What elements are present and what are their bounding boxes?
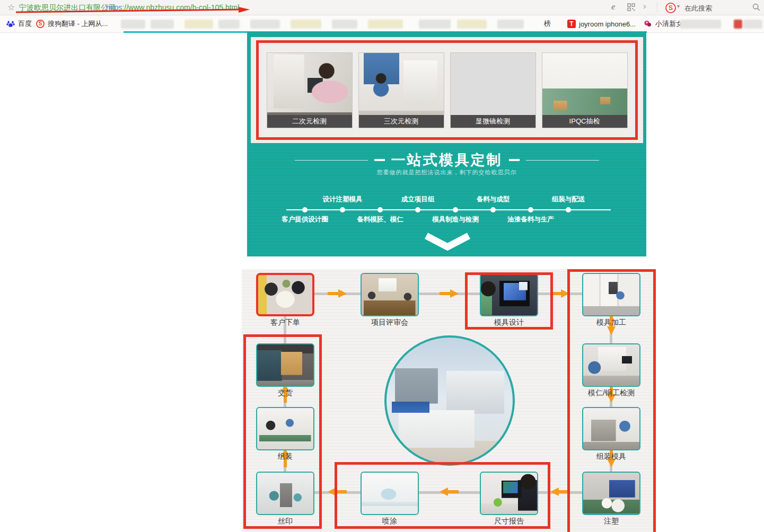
chevron-down-icon bbox=[422, 232, 473, 252]
one-stop-mold-section: 二次元检测 三次元检测 显微镜检测 IPQC抽检 一站式模具定制 您要做的就是把… bbox=[247, 32, 646, 256]
flow-step-label: 组装模具 bbox=[581, 452, 642, 462]
browser-address-bar: ☆ 宁波欧思贝尔进出口有限公司 https://www.nbzhusu.com/… bbox=[0, 0, 764, 15]
bookmark-label: joyroom iphone6... bbox=[579, 20, 636, 28]
timeline-dot bbox=[528, 207, 533, 212]
process-timeline: 客户提供设计圈 设计注塑模具 备料模胚、模仁 成立项目组 模具制造与检测 备料与… bbox=[286, 194, 611, 226]
url-rest: ://www.nbzhusu.com/h-col-105.html bbox=[122, 3, 239, 12]
blurred-bookmark[interactable] bbox=[291, 20, 321, 29]
page-title: 宁波欧思贝尔进出口有限公司 bbox=[19, 3, 116, 13]
qr-code-icon[interactable] bbox=[627, 3, 635, 11]
timeline-step-label: 备料模胚、模仁 bbox=[346, 215, 415, 224]
photo-customer-order bbox=[256, 273, 314, 316]
production-flowchart: 客户下单 项目评审会 模具设计 模具加工 模仁/铜工检测 组装模具 注塑 尺寸报… bbox=[242, 269, 656, 532]
flow-step-label: 模仁/铜工检测 bbox=[570, 388, 652, 398]
flow-step-label: 组装 bbox=[255, 452, 315, 462]
blurred-bookmark[interactable] bbox=[457, 20, 487, 29]
browser-search-box[interactable]: S ▾ bbox=[661, 0, 764, 15]
arrow-left-icon bbox=[440, 487, 459, 496]
toolbar-divider bbox=[657, 2, 657, 13]
title-divider bbox=[526, 160, 599, 161]
photo-silk-printing bbox=[256, 472, 314, 515]
flow-step-label: 丝印 bbox=[255, 517, 315, 526]
blurred-bookmark[interactable] bbox=[743, 20, 762, 29]
photo-mold-machining bbox=[582, 273, 640, 316]
photo-core-copper-inspection bbox=[582, 343, 640, 387]
arrow-right-icon bbox=[328, 289, 347, 298]
search-icon[interactable] bbox=[752, 3, 760, 11]
factory-photo-circle bbox=[384, 335, 515, 466]
photo-project-review bbox=[361, 273, 419, 316]
blurred-bookmark[interactable] bbox=[121, 20, 145, 29]
timeline-dot bbox=[453, 207, 458, 212]
timeline-line bbox=[286, 209, 611, 210]
timeline-dot bbox=[415, 207, 420, 212]
blurred-bookmark[interactable] bbox=[151, 20, 174, 29]
page-url[interactable]: https://www.nbzhusu.com/h-col-105.html bbox=[106, 3, 239, 12]
section-subtitle: 您要做的就是把想法说出来，剩下的交给欧思贝尔 bbox=[247, 169, 646, 176]
blurred-bookmark[interactable] bbox=[497, 20, 524, 29]
title-divider bbox=[295, 160, 368, 161]
bookmark-fresh-girl[interactable]: 小清新女 bbox=[644, 19, 683, 29]
timeline-dot bbox=[302, 207, 308, 212]
photo-caption: 显微镜检测 bbox=[451, 115, 535, 128]
photo-microscope-inspection: 显微镜检测 bbox=[450, 52, 536, 128]
joyroom-icon: T bbox=[567, 20, 576, 28]
title-dash bbox=[374, 159, 385, 161]
photo-ipqc-sampling: IPQC抽检 bbox=[542, 52, 628, 128]
blurred-bookmark[interactable] bbox=[250, 20, 280, 29]
blurred-bookmark[interactable] bbox=[368, 20, 403, 29]
flow-step-label: 项目评审会 bbox=[359, 318, 420, 327]
timeline-step-label: 模具制造与检测 bbox=[421, 215, 490, 224]
blurred-red-icon[interactable] bbox=[734, 20, 742, 29]
photo-delivery bbox=[256, 343, 314, 387]
bookmark-partial[interactable]: 榜 bbox=[544, 19, 551, 29]
ie-compat-icon[interactable]: e bbox=[611, 2, 616, 12]
search-input[interactable] bbox=[683, 2, 748, 14]
bookmark-baidu[interactable]: 百度 bbox=[6, 19, 32, 29]
flow-step-label: 模具加工 bbox=[581, 318, 642, 327]
baidu-icon bbox=[6, 20, 15, 28]
blurred-bookmark[interactable] bbox=[419, 20, 451, 29]
blurred-bookmark[interactable] bbox=[332, 20, 357, 29]
arrow-left-icon bbox=[550, 487, 569, 496]
arrow-right-icon bbox=[550, 289, 569, 298]
pink-flower-icon bbox=[644, 20, 652, 28]
timeline-step-label: 客户提供设计圈 bbox=[270, 215, 339, 224]
timeline-dot bbox=[566, 207, 571, 212]
inspection-panel: 二次元检测 三次元检测 显微镜检测 IPQC抽检 bbox=[251, 37, 643, 143]
flow-step-label: 交货 bbox=[255, 388, 315, 398]
photo-caption: 二次元检测 bbox=[267, 115, 352, 128]
photo-caption: 三次元检测 bbox=[359, 115, 444, 128]
bookmarks-bar: 百度 S 搜狗翻译 - 上网从... 榜 T joyroom iphone6..… bbox=[0, 15, 764, 33]
forward-icon[interactable]: › bbox=[643, 1, 646, 12]
chevron-down-icon[interactable]: ▾ bbox=[677, 3, 680, 9]
bookmark-joyroom[interactable]: T joyroom iphone6... bbox=[567, 19, 636, 29]
photo-2d-inspection: 二次元检测 bbox=[267, 52, 353, 128]
annotation-box-inspection: 二次元检测 三次元检测 显微镜检测 IPQC抽检 bbox=[256, 40, 638, 140]
photo-caption: IPQC抽检 bbox=[542, 115, 627, 128]
blurred-bookmark[interactable] bbox=[680, 20, 721, 29]
toolbar-right-icons: e › S ▾ bbox=[594, 0, 764, 15]
photo-mold-design bbox=[480, 273, 538, 316]
bookmark-label: 榜 bbox=[544, 19, 551, 29]
sogou-logo-icon[interactable]: S bbox=[665, 3, 676, 13]
photo-injection-molding bbox=[582, 472, 640, 515]
bookmark-label: 百度 bbox=[18, 19, 32, 29]
flow-step-label: 模具设计 bbox=[479, 318, 539, 327]
blurred-bookmark[interactable] bbox=[218, 20, 240, 29]
section-title: 一站式模具定制 bbox=[391, 150, 503, 170]
flow-step-label: 客户下单 bbox=[255, 318, 315, 327]
blurred-bookmark[interactable] bbox=[185, 20, 213, 29]
bookmark-label: 小清新女 bbox=[655, 19, 683, 29]
timeline-dot bbox=[340, 207, 345, 212]
bookmark-label: 搜狗翻译 - 上网从... bbox=[48, 19, 108, 29]
title-dash bbox=[509, 159, 520, 161]
photo-3d-inspection: 三次元检测 bbox=[358, 52, 444, 128]
arrow-right-icon bbox=[440, 289, 459, 298]
timeline-dot bbox=[490, 207, 496, 212]
timeline-step-label: 组装与配送 bbox=[534, 195, 603, 204]
bookmark-sogou-translate[interactable]: S 搜狗翻译 - 上网从... bbox=[36, 19, 108, 29]
photo-assemble-mold bbox=[582, 407, 640, 450]
bookmark-star-icon[interactable]: ☆ bbox=[7, 2, 15, 12]
photo-dimension-report bbox=[480, 472, 538, 515]
